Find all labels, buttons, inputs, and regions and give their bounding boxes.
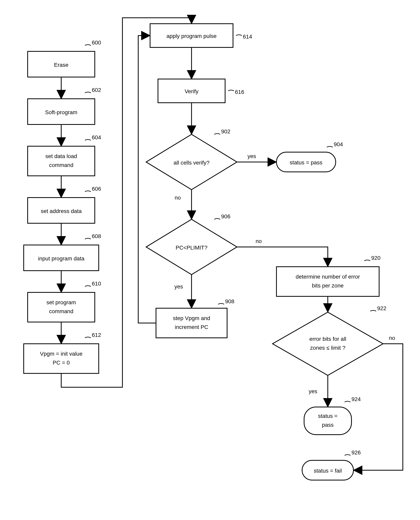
- flowchart-diagram: Erase 600 Soft-program 602 set data load…: [0, 0, 420, 520]
- node-step-vpgm: step Vpgm and increment PC 908: [156, 298, 234, 338]
- node-set-data-load-line1: set data load: [45, 153, 77, 159]
- node-status-fail-text: status = fail: [314, 468, 342, 474]
- ref-610: 610: [92, 281, 101, 287]
- ref-924: 924: [352, 396, 361, 402]
- svg-rect-2: [28, 146, 95, 176]
- node-all-cells-verify: all cells verify? 902: [146, 128, 237, 190]
- label-902-yes: yes: [248, 153, 256, 159]
- node-set-address-text: set address data: [41, 208, 82, 214]
- svg-rect-6: [24, 344, 99, 373]
- node-pc-plimit-text: PC<PLIMIT?: [176, 245, 207, 251]
- ref-606: 606: [92, 186, 101, 192]
- node-set-address: set address data 606: [28, 186, 101, 223]
- node-init-vpgm-line1: Vpgm = init value: [40, 351, 82, 357]
- node-input-program-data-text: input program data: [38, 255, 84, 262]
- node-erase: Erase 600: [28, 39, 101, 77]
- ref-920: 920: [371, 255, 381, 261]
- node-status-fail: status = fail 926: [302, 450, 361, 480]
- node-status-pass-924-line1: status =: [318, 413, 338, 419]
- svg-rect-11: [277, 267, 379, 296]
- label-906-no: no: [255, 238, 262, 244]
- node-error-bits-limit-line2: zones ≤ limit ?: [310, 345, 345, 351]
- node-determine-error-bits: determine number of error bits per zone …: [277, 255, 381, 296]
- ref-608: 608: [92, 233, 101, 239]
- node-set-data-load: set data load command 604: [28, 134, 101, 176]
- ref-602: 602: [92, 87, 101, 93]
- edge-908-614: [138, 36, 156, 323]
- node-erase-text: Erase: [54, 62, 68, 68]
- node-determine-error-bits-line1: determine number of error: [296, 274, 360, 280]
- ref-600: 600: [92, 39, 101, 46]
- label-922-yes: yes: [309, 388, 317, 394]
- label-906-yes: yes: [174, 283, 183, 290]
- node-step-vpgm-line1: step Vpgm and: [173, 315, 210, 321]
- svg-rect-12: [304, 407, 352, 435]
- ref-902: 902: [221, 128, 230, 135]
- svg-rect-10: [156, 308, 227, 338]
- ref-908: 908: [225, 298, 234, 305]
- node-init-vpgm-line2: PC = 0: [53, 359, 70, 366]
- node-pc-plimit: PC<PLIMIT? 906: [146, 213, 237, 275]
- edge-906-920: [237, 247, 328, 266]
- node-set-program-command-line2: command: [49, 308, 74, 314]
- edge-922-926: [354, 344, 403, 470]
- node-status-pass-904: status = pass 904: [277, 141, 343, 172]
- ref-612: 612: [92, 332, 101, 338]
- node-error-bits-limit-line1: error bits for all: [309, 336, 346, 342]
- node-set-program-command: set program command 610: [28, 281, 101, 322]
- node-status-pass-924: status = pass 924: [304, 396, 361, 435]
- node-soft-program: Soft-program 602: [28, 87, 101, 124]
- node-input-program-data: input program data 608: [24, 233, 101, 271]
- label-902-no: no: [174, 195, 181, 201]
- node-verify-text: Verify: [185, 88, 198, 94]
- node-apply-program-pulse: apply program pulse 614: [150, 24, 252, 47]
- node-set-program-command-line1: set program: [46, 299, 76, 306]
- ref-616: 616: [235, 89, 244, 95]
- node-soft-program-text: Soft-program: [45, 109, 77, 115]
- node-set-data-load-line2: command: [49, 162, 74, 168]
- node-init-vpgm: Vpgm = init value PC = 0 612: [24, 332, 101, 373]
- node-determine-error-bits-line2: bits per zone: [312, 283, 344, 289]
- ref-906: 906: [221, 213, 230, 220]
- node-apply-program-pulse-text: apply program pulse: [166, 33, 217, 39]
- node-status-pass-924-line2: pass: [322, 422, 334, 428]
- ref-604: 604: [92, 134, 101, 140]
- ref-904: 904: [334, 141, 343, 147]
- node-step-vpgm-line2: increment PC: [175, 324, 208, 330]
- node-all-cells-verify-text: all cells verify?: [173, 160, 210, 166]
- ref-614: 614: [243, 34, 252, 40]
- node-status-pass-904-text: status = pass: [290, 160, 322, 166]
- svg-rect-5: [28, 292, 95, 322]
- label-922-no: no: [389, 335, 395, 341]
- ref-922: 922: [377, 305, 386, 311]
- node-verify: Verify 616: [158, 79, 244, 103]
- ref-926: 926: [352, 450, 361, 456]
- node-error-bits-limit: error bits for all zones ≤ limit ? 922: [272, 305, 386, 375]
